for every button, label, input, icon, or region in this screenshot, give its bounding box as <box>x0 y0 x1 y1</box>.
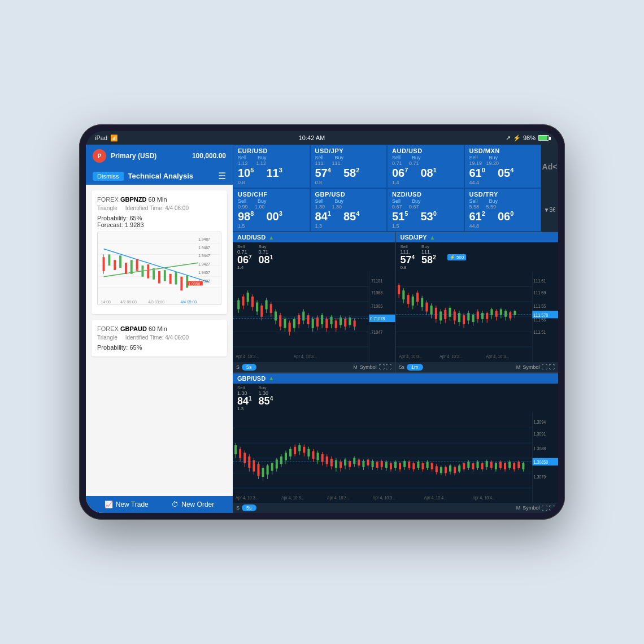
analysis-content[interactable]: FOREX GBPNZD 60 Min Triangle Identified … <box>86 185 233 496</box>
svg-rect-83 <box>330 317 333 324</box>
new-order-button[interactable]: ⏱ New Order <box>172 501 214 508</box>
tile-nzdusd[interactable]: NZD/USD Sell Buy 0.67 0.67 515 530 1.5 <box>387 188 464 232</box>
svg-rect-55 <box>266 301 268 310</box>
svg-rect-268 <box>431 463 433 469</box>
tile-usdtry[interactable]: USD/TRY Sell Buy 5.58 5.59 612 060 44.8 <box>464 188 542 232</box>
svg-rect-146 <box>476 311 478 319</box>
account-balance: 100,000.00 <box>192 152 226 160</box>
tile-audusd[interactable]: AUD/USD Sell Buy 0.71 0.71 067 081 1.4 <box>387 145 464 188</box>
tile-usdchf[interactable]: USD/CHF Sell Buy 0.99 1.00 988 003 1.5 <box>233 188 310 232</box>
add-panel-top[interactable]: Ad< <box>541 145 558 188</box>
chart-buy-price-usdjpy: 582 <box>421 255 436 265</box>
tile-labels-audusd: Sell Buy <box>392 155 459 160</box>
analysis-card-2: FOREX GBPAUD 60 Min Triangle Identified … <box>92 320 227 356</box>
svg-rect-188 <box>248 456 250 468</box>
timeframe-1m-usdjpy[interactable]: 1m <box>407 364 423 371</box>
svg-rect-306 <box>517 462 520 468</box>
mini-chart-svg-1: 1.9487 1.9467 1.9447 1.9427 1.9407 1.938… <box>98 232 221 304</box>
device-label: iPad <box>95 134 107 141</box>
add-panel-indicator[interactable]: ▼$€ <box>541 188 558 232</box>
svg-rect-288 <box>476 462 478 468</box>
tile-pair-nzdusd: NZD/USD <box>392 191 459 198</box>
svg-rect-114 <box>402 290 404 299</box>
analysis-time-1: 4/4 06:00 <box>165 205 189 211</box>
svg-rect-264 <box>421 463 424 469</box>
svg-rect-284 <box>467 462 469 468</box>
svg-rect-298 <box>499 462 502 468</box>
tile-gbpusd[interactable]: GBP/USD Sell Buy 1.30 1.30 841 854 1.3 <box>310 188 388 232</box>
new-trade-button[interactable]: 📈 New Trade <box>105 501 149 508</box>
svg-rect-128 <box>434 308 437 319</box>
dismiss-button[interactable]: Dismiss <box>93 172 124 181</box>
svg-rect-250 <box>390 463 392 469</box>
svg-rect-45 <box>242 297 244 306</box>
chart-pair-audusd: AUD/USD <box>237 234 266 241</box>
expand-icon-usdjpy[interactable]: ⛶ ⛶ <box>542 364 555 370</box>
tile-prices-usdchf: 988 003 <box>238 210 305 223</box>
expand-icon-audusd[interactable]: ⛶ ⛶ <box>379 364 392 370</box>
tile-buy-audusd: 081 <box>420 167 436 180</box>
bluetooth-icon: ⚡ <box>513 134 521 142</box>
svg-rect-226 <box>335 460 337 467</box>
tile-buy-usdtry: 060 <box>498 210 514 223</box>
account-name: Primary (USD) <box>111 152 188 160</box>
svg-rect-182 <box>234 445 237 454</box>
timeframe-5s-audusd[interactable]: 5s <box>242 364 256 371</box>
timeframe-5s-gbpusd[interactable]: 5s <box>242 504 256 511</box>
chart-header-audusd: AUD/USD ▲ <box>233 232 395 242</box>
tile-labels-usdtry: Sell Buy <box>469 198 537 204</box>
svg-rect-302 <box>508 462 511 468</box>
analysis-header-2: FOREX GBPAUD 60 Min <box>97 325 221 332</box>
svg-text:Apr 4, 10:3...: Apr 4, 10:3... <box>294 353 317 359</box>
chart-symbol-audusd: Symbol <box>360 364 377 370</box>
analysis-pattern-1: Triangle <box>97 205 118 211</box>
tile-usdjpy[interactable]: USD/JPY Sell Buy 111. 111. 574 582 0.8 <box>310 145 388 188</box>
svg-rect-122 <box>421 298 423 307</box>
tile-sub-usdchf: 1.5 <box>238 223 305 229</box>
svg-rect-196 <box>267 465 269 475</box>
chart-sell-gbpusd-large: Sell 1.30 841 1.3 <box>237 385 252 411</box>
chart-toolbar-audusd: S 5s M Symbol ⛶ ⛶ <box>233 362 395 372</box>
svg-text:111.578: 111.578 <box>533 312 548 318</box>
svg-rect-258 <box>408 462 410 468</box>
svg-text:www.uttarasartist.com: www.uttarasartist.com <box>131 268 170 272</box>
svg-rect-216 <box>312 451 314 458</box>
tile-pair-audusd: AUD/USD <box>392 147 459 154</box>
svg-rect-47 <box>247 293 249 302</box>
main-content: P Primary (USD) 100,000.00 Dismiss Techn… <box>86 145 558 513</box>
chart-buy-audusd: Buy 0.71 081 <box>259 244 273 270</box>
tile-sell-usdchf: 988 <box>238 210 254 223</box>
analysis-pair-2: GBPAUD <box>120 325 147 332</box>
svg-rect-11 <box>119 255 121 268</box>
expand-icon-gbpusd-large[interactable]: ⛶ ⛶ <box>542 505 555 511</box>
tile-eurusd[interactable]: EUR/USD Sell Buy 1.12 1.12 105 113 0.8 <box>233 145 310 188</box>
svg-rect-59 <box>275 311 277 320</box>
timeframe-label-gbpusd: S <box>236 505 240 511</box>
chart-500-indicator: ⚡ 500 <box>447 244 467 270</box>
svg-rect-252 <box>394 462 397 468</box>
hamburger-icon[interactable]: ☰ <box>218 171 226 181</box>
tile-sub-usdtry: 44.8 <box>469 223 537 229</box>
svg-rect-234 <box>353 458 355 464</box>
tile-prefix-audusd: 0.71 0.71 <box>392 160 459 166</box>
status-right: ↗ ⚡ 98% <box>506 134 549 142</box>
svg-rect-150 <box>486 313 488 319</box>
svg-rect-63 <box>284 319 286 328</box>
svg-rect-9 <box>108 254 110 266</box>
chart-body-usdjpy: 111.61 111.59 111.55 111.53 111.51 111.5… <box>396 272 559 362</box>
svg-rect-120 <box>416 293 418 302</box>
svg-text:1.9358: 1.9358 <box>188 282 200 286</box>
analysis-type-2: FOREX <box>97 325 119 332</box>
tile-prefix-nzdusd: 0.67 0.67 <box>392 204 459 210</box>
chart-panel-audusd: AUD/USD ▲ Sell 0.71 067 1.4 <box>233 232 396 372</box>
tile-usdmxn[interactable]: USD/MXN Sell Buy 19.19 19.20 610 054 44.… <box>464 145 542 188</box>
svg-text:.71083: .71083 <box>370 289 382 295</box>
svg-rect-126 <box>430 306 432 315</box>
svg-text:0.71078: 0.71078 <box>370 315 385 321</box>
analysis-time-2: 4/4 06:00 <box>165 334 189 341</box>
svg-rect-224 <box>330 459 333 466</box>
svg-rect-93 <box>354 320 356 327</box>
svg-text:Apr 4, 10:3...: Apr 4, 10:3... <box>486 353 509 359</box>
svg-rect-206 <box>289 449 291 456</box>
svg-text:.71065: .71065 <box>370 303 382 309</box>
